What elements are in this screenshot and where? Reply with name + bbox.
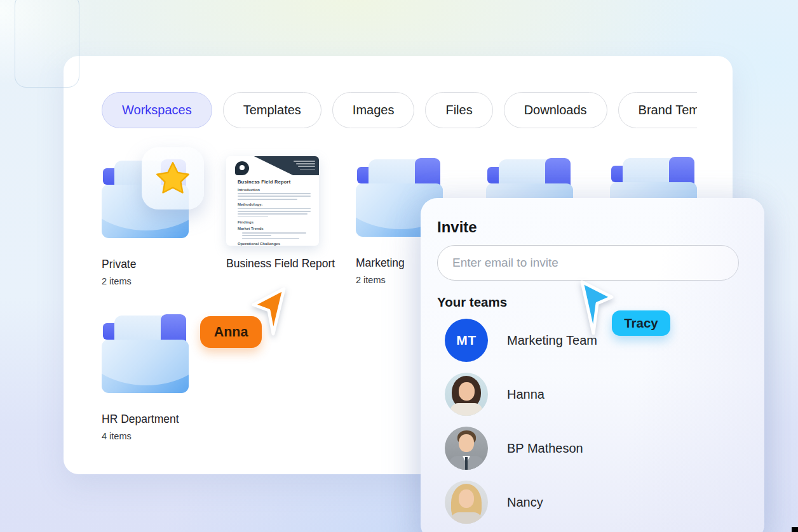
star-icon <box>153 159 193 198</box>
tab-label: Workspaces <box>122 103 192 117</box>
tab[interactable]: Downloads <box>504 92 607 128</box>
tab[interactable]: Workspaces <box>102 92 212 128</box>
team-name: Nancy <box>507 495 543 510</box>
tab-label: Files <box>445 103 472 117</box>
folder-card-private[interactable]: Private 2 items <box>102 161 229 286</box>
avatar: MT <box>445 319 488 362</box>
cursor-label: Tracy <box>612 310 670 336</box>
cursor-arrow-icon <box>576 280 615 337</box>
invite-title: Invite <box>437 218 477 236</box>
document-card[interactable]: Business Field Report Introduction Metho… <box>226 156 353 270</box>
avatar <box>445 373 488 416</box>
tab-label: Images <box>353 103 395 117</box>
folder-name: Private <box>102 258 229 271</box>
document-title: Business Field Report <box>238 179 311 185</box>
tab-label: Downloads <box>524 103 587 117</box>
team-name: Hanna <box>507 387 544 402</box>
team-name: BP Matheson <box>507 441 583 456</box>
folder-name: HR Department <box>102 413 229 426</box>
avatar <box>445 427 488 470</box>
folder-icon <box>102 316 189 393</box>
team-row[interactable]: Hanna <box>445 373 748 416</box>
screen-corner-artifact <box>792 527 798 532</box>
tab[interactable]: Files <box>425 92 492 128</box>
team-row[interactable]: Nancy <box>445 481 748 524</box>
collab-cursor-anna: Anna <box>200 287 302 350</box>
folder-icon <box>102 161 189 238</box>
ghost-card-outline <box>15 0 79 88</box>
tab[interactable]: Templates <box>223 92 321 128</box>
invite-email-input[interactable] <box>437 245 739 281</box>
tab-label: Brand Templates <box>639 103 697 117</box>
folder-item-count: 2 items <box>102 276 229 286</box>
document-name: Business Field Report <box>226 257 353 270</box>
teams-list: MT Marketing Team Hanna BP Mathe <box>445 319 748 532</box>
tab[interactable]: Brand Templates <box>618 92 697 128</box>
invite-panel: Invite Your teams MT Marketing Team Hann… <box>421 198 764 532</box>
team-row[interactable]: BP Matheson <box>445 427 748 470</box>
folder-item-count: 4 items <box>102 431 229 441</box>
document-thumbnail: Business Field Report Introduction Metho… <box>226 156 319 246</box>
avatar <box>445 481 488 524</box>
pin-logo-icon <box>235 161 249 175</box>
cursor-label: Anna <box>200 316 262 348</box>
collab-cursor-tracy: Tracy <box>576 280 677 343</box>
tab-bar: Workspaces Templates Images Files Downlo… <box>102 92 697 130</box>
tab-label: Templates <box>243 103 301 117</box>
tab[interactable]: Images <box>332 92 415 128</box>
your-teams-heading: Your teams <box>437 295 507 310</box>
star-badge <box>142 147 204 209</box>
app-background: Workspaces Templates Images Files Downlo… <box>0 0 798 532</box>
